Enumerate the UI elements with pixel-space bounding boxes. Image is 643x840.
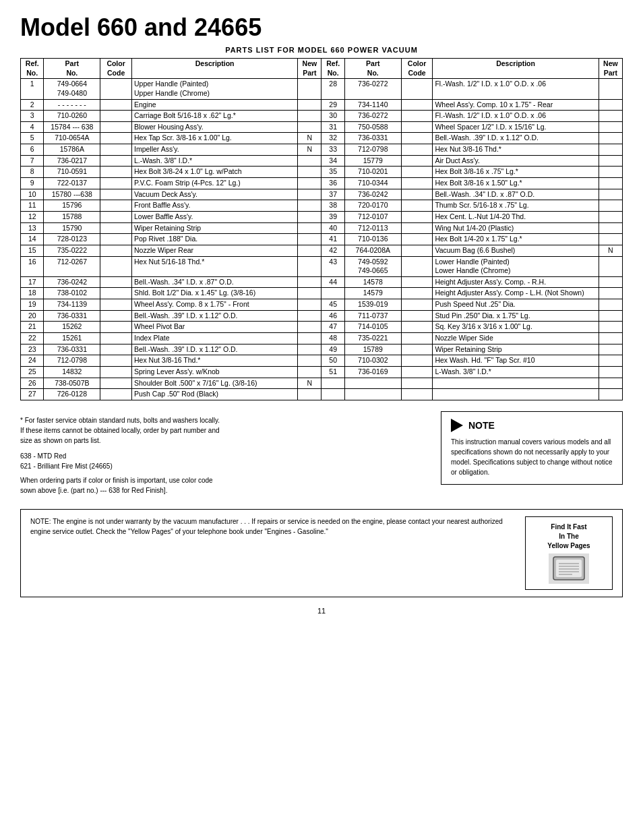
table-row: 3710-0260Carriage Bolt 5/16-18 x .62" Lg… bbox=[21, 111, 623, 122]
header-ref-right: Ref.No. bbox=[322, 59, 344, 79]
phone-book-icon bbox=[549, 553, 589, 584]
arrow-icon bbox=[451, 419, 463, 432]
bottom-note-text: NOTE: The engine is not under warranty b… bbox=[30, 516, 512, 537]
table-row: 1315790Wiper Retaining Strip40712-0113Wi… bbox=[21, 222, 623, 234]
table-row: 17736-0242Bell.-Wash. .34" I.D. x .87" O… bbox=[21, 276, 623, 288]
table-row: 20736-0331Bell.-Wash. .39" I.D. x 1.12" … bbox=[21, 310, 623, 322]
table-row: 19734-1139Wheel Ass'y. Comp. 8 x 1.75" -… bbox=[21, 299, 623, 311]
table-row: 2514832Spring Lever Ass'y. w/Knob51736-0… bbox=[21, 366, 623, 378]
table-row: 7736-0217L.-Wash. 3/8" I.D.*3415779Air D… bbox=[21, 155, 623, 167]
page-title: Model 660 and 24665 bbox=[20, 13, 623, 42]
header-desc-left: Description bbox=[131, 59, 297, 79]
table-row: 18738-0102Shld. Bolt 1/2" Dia. x 1.45" L… bbox=[21, 288, 623, 299]
table-row: 14728-0123Pop Rivet .188" Dia.41710-0136… bbox=[21, 234, 623, 245]
parts-list-subtitle: PARTS LIST FOR MODEL 660 POWER VACUUM bbox=[20, 46, 623, 54]
note-box: NOTE This instruction manual covers vari… bbox=[441, 411, 623, 485]
header-color-left: ColorCode bbox=[100, 59, 132, 79]
note-text: This instruction manual covers various m… bbox=[451, 437, 613, 477]
table-row: 24712-0798Hex Nut 3/8-16 Thd.*50710-0302… bbox=[21, 355, 623, 367]
page-number: 11 bbox=[20, 607, 623, 615]
table-row: 2115262Wheel Pivot Bar47714-0105Sq. Key … bbox=[21, 322, 623, 333]
table-row: 23736-0331Bell.-Wash. .39" I.D. x 1.12" … bbox=[21, 344, 623, 355]
table-row: 1115796Front Baffle Ass'y.38720-0170Thum… bbox=[21, 200, 623, 212]
header-part-right: PartNo. bbox=[344, 59, 401, 79]
table-row: 1015780 ---638Vacuum Deck Ass'y.37736-02… bbox=[21, 189, 623, 200]
table-row: 1749-0664 749-0480Upper Handle (Painted)… bbox=[21, 79, 623, 99]
table-row: 415784 --- 638Blower Housing Ass'y.31750… bbox=[21, 121, 623, 133]
table-row: 8710-0591Hex Bolt 3/8-24 x 1.0" Lg. w/Pa… bbox=[21, 167, 623, 178]
table-row: 27726-0128Push Cap .50" Rod (Black) bbox=[21, 389, 623, 400]
header-color-right: ColorCode bbox=[401, 59, 433, 79]
header-desc-right: Description bbox=[433, 59, 599, 79]
header-part-left: PartNo. bbox=[44, 59, 100, 79]
table-row: 2- - - - - - -Engine29734-1140Wheel Ass'… bbox=[21, 99, 623, 111]
table-row: 5710-0654AHex Tap Scr. 3/8-16 x 1.00" Lg… bbox=[21, 133, 623, 144]
header-new-right: NewPart bbox=[599, 59, 622, 79]
find-it-fast-box: Find It Fast In The Yellow Pages bbox=[525, 516, 613, 590]
table-row: 9722-0137P.V.C. Foam Strip (4-Pcs. 12" L… bbox=[21, 178, 623, 189]
find-it-fast-label: Find It Fast In The Yellow Pages bbox=[530, 522, 608, 551]
note-header: NOTE bbox=[451, 419, 613, 433]
header-ref-left: Ref.No. bbox=[21, 59, 44, 79]
color-codes: 638 - MTD Red 621 - Brilliant Fire Mist … bbox=[20, 451, 427, 496]
table-row: 26738-0507BShoulder Bolt .500" x 7/16" L… bbox=[21, 378, 623, 389]
bottom-section: NOTE: The engine is not under warranty b… bbox=[20, 509, 623, 597]
footer-left: * For faster service obtain standard nut… bbox=[20, 411, 427, 496]
header-new-left: NewPart bbox=[298, 59, 322, 79]
table-row: 1215788Lower Baffle Ass'y.39712-0107Hex … bbox=[21, 211, 623, 222]
table-row: 615786AImpeller Ass'y.N33712-0798Hex Nut… bbox=[21, 144, 623, 156]
table-row: 15735-0222Nozzle Wiper Rear42764-0208AVa… bbox=[21, 245, 623, 256]
parts-table: Ref.No. PartNo. ColorCode Description Ne… bbox=[20, 58, 623, 400]
footer-section: * For faster service obtain standard nut… bbox=[20, 411, 623, 496]
table-row: 16712-0267Hex Nut 5/16-18 Thd.*43749-059… bbox=[21, 256, 623, 276]
asterisk-note: * For faster service obtain standard nut… bbox=[20, 415, 427, 446]
table-row: 2215261Index Plate48735-0221Nozzle Wiper… bbox=[21, 333, 623, 344]
